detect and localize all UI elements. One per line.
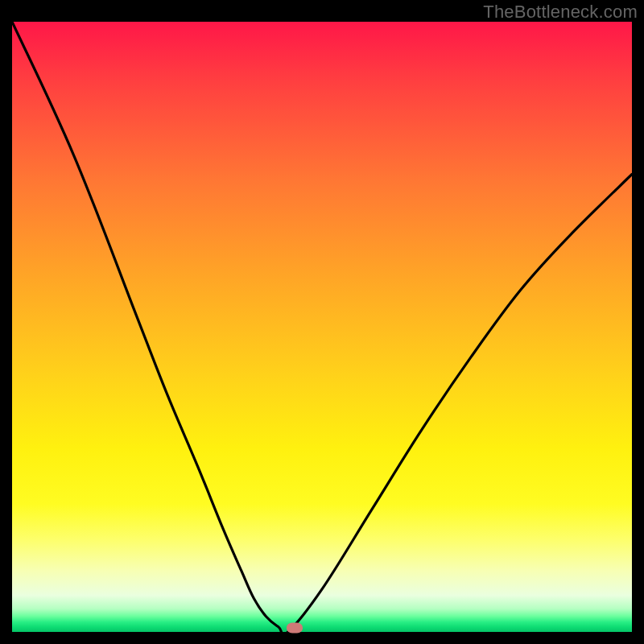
curve-svg <box>12 22 632 632</box>
plot-area <box>12 22 632 632</box>
bottleneck-curve <box>12 22 632 632</box>
optimal-point-marker <box>287 623 303 634</box>
watermark-label: TheBottleneck.com <box>483 2 638 23</box>
chart-frame: TheBottleneck.com <box>0 0 644 644</box>
